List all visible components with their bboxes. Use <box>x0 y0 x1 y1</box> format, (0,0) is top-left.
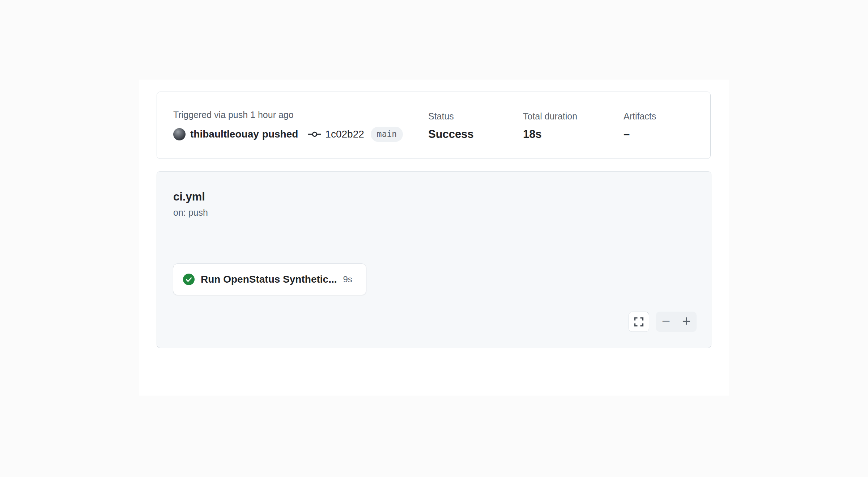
fullscreen-button[interactable] <box>629 312 649 332</box>
artifacts-label: Artifacts <box>624 111 656 121</box>
workflow-title: ci.yml <box>173 190 205 203</box>
run-summary-card: Triggered via push 1 hour ago thibaultle… <box>157 92 711 159</box>
artifacts-value: – <box>624 127 656 141</box>
check-circle-icon <box>183 274 195 285</box>
avatar[interactable] <box>173 128 186 140</box>
status-column: Status Success <box>428 111 474 141</box>
zoom-out-button[interactable]: − <box>656 312 676 332</box>
git-commit-icon <box>308 131 321 138</box>
job-duration: 9s <box>343 274 352 284</box>
commit-sha-link[interactable]: 1c02b22 <box>325 128 364 141</box>
actor-action-text: pushed <box>262 128 298 141</box>
total-duration-column: Total duration 18s <box>523 111 577 141</box>
fullscreen-icon <box>634 317 644 327</box>
content-panel: Triggered via push 1 hour ago thibaultle… <box>139 80 729 396</box>
status-value: Success <box>428 127 474 141</box>
branch-badge[interactable]: main <box>371 127 403 142</box>
artifacts-column: Artifacts – <box>624 111 656 141</box>
job-node[interactable]: Run OpenStatus Synthetic... 9s <box>173 263 366 295</box>
workflow-graph-card: ci.yml on: push Run OpenStatus Synthetic… <box>157 171 711 348</box>
zoom-control-group: − + <box>656 312 697 332</box>
zoom-in-button[interactable]: + <box>676 312 697 332</box>
trigger-text: Triggered via push 1 hour ago <box>173 110 403 120</box>
graph-controls: − + <box>629 312 697 332</box>
actor-name-link[interactable]: thibaultleouay <box>190 128 259 141</box>
status-label: Status <box>428 111 474 121</box>
actor-row: thibaultleouay pushed 1c02b22 main <box>173 127 403 142</box>
workflow-trigger-subtitle: on: push <box>173 207 208 218</box>
trigger-block: Triggered via push 1 hour ago thibaultle… <box>173 110 403 142</box>
total-duration-label: Total duration <box>523 111 577 121</box>
job-name: Run OpenStatus Synthetic... <box>201 274 337 285</box>
total-duration-value: 18s <box>523 127 577 141</box>
